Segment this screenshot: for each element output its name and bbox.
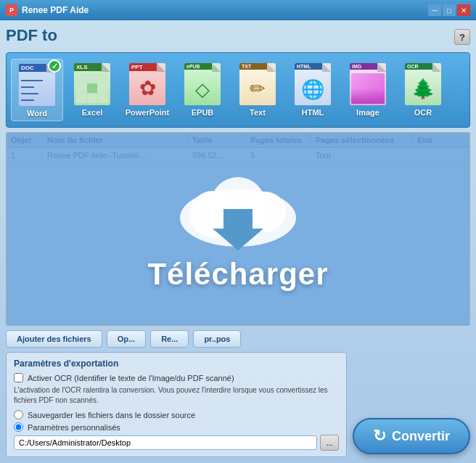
maximize-button[interactable]: □ (443, 4, 456, 16)
txt-file-icon: TXT ✏ (239, 63, 276, 105)
pdf-to-title: PDF to (6, 26, 57, 45)
ppt-icon-wrap: PPT ✿ (126, 62, 168, 107)
html-file-icon: HTML 🌐 (295, 63, 331, 105)
word-icon-wrap: DOC ▬▬▬▬▬▬▬▬▬▬▬▬▬▬▬ ✓ (16, 62, 58, 107)
download-overlay[interactable]: Télécharger (7, 133, 469, 325)
html-globe: 🌐 (295, 73, 331, 105)
format-item-excel[interactable]: XLS Excel (66, 59, 118, 121)
bottom-section: Paramètres d'exportation Activer OCR (Id… (6, 352, 470, 457)
convert-button[interactable]: ↻ Convertir (353, 418, 470, 454)
ppt-flower: ✿ (132, 73, 163, 102)
main-window: PDF to ? DOC ▬▬▬▬▬▬▬▬▬▬▬▬▬▬▬ ✓ Word (0, 20, 476, 463)
ppt-label: PowerPoint (126, 108, 170, 117)
save-source-row: Sauvegarder les fichiers dans le dossier… (14, 410, 339, 419)
epub-label-tag: ePUB (184, 63, 212, 70)
img-file-corner (377, 63, 386, 72)
img-preview (351, 73, 385, 104)
remove-button[interactable]: Re... (150, 330, 189, 348)
window-controls: ─ □ ✕ (428, 4, 470, 16)
excel-file-icon: XLS (74, 63, 110, 105)
ppt-file-label: PPT (129, 63, 157, 71)
word-file-label: DOC (19, 64, 46, 72)
format-item-html[interactable]: HTML 🌐 HTML (287, 59, 339, 121)
excel-label: Excel (82, 108, 103, 117)
convert-icon: ↻ (373, 427, 386, 446)
word-file-lines: ▬▬▬▬▬▬▬▬▬▬▬▬▬▬▬ (21, 77, 53, 103)
cloud-svg (173, 167, 303, 254)
epub-icon-wrap: ePUB ◇ (181, 62, 223, 107)
export-params-title: Paramètres d'exportation (14, 358, 339, 369)
telecharger-text: Télécharger (147, 257, 328, 292)
img-label-tag: IMG (350, 63, 377, 70)
format-item-word[interactable]: DOC ▬▬▬▬▬▬▬▬▬▬▬▬▬▬▬ ✓ Word (11, 59, 63, 121)
txt-pen: ✏ (242, 75, 273, 102)
help-button[interactable]: ? (454, 29, 470, 45)
minimize-button[interactable]: ─ (428, 4, 441, 16)
ocr-checkbox[interactable] (14, 373, 23, 382)
txt-icon-wrap: TXT ✏ (237, 62, 279, 107)
ocr-icon-wrap: OCR 🌲 (402, 62, 444, 107)
cloud-download-icon (173, 167, 303, 254)
save-source-radio[interactable] (14, 410, 23, 419)
excel-grid (76, 73, 108, 103)
epub-diamond: ◇ (184, 73, 221, 105)
options-button[interactable]: Op... (107, 330, 146, 348)
table-area: Objet Nom du fichier Taille Pages totale… (6, 132, 470, 326)
browse-button[interactable]: ... (320, 435, 339, 451)
format-item-powerpoint[interactable]: PPT ✿ PowerPoint (121, 59, 173, 121)
txt-label-tag: TXT (239, 63, 267, 70)
title-bar: P Renee PDF Aide ─ □ ✕ (0, 0, 476, 20)
ocr-tree: 🌲 (406, 73, 440, 104)
custom-params-radio[interactable] (14, 422, 23, 432)
format-item-image[interactable]: IMG Image (342, 59, 394, 121)
html-icon-wrap: HTML 🌐 (292, 62, 334, 107)
format-item-ocr[interactable]: OCR 🌲 OCR (397, 59, 449, 121)
convert-btn-wrap: ↻ Convertir (353, 418, 470, 457)
ocr-label-tag: OCR (405, 63, 432, 70)
custom-params-row: Paramètres personnalisés (14, 422, 339, 432)
html-label-tag: HTML (295, 63, 322, 70)
ppt-file-corner (157, 63, 165, 72)
word-label: Word (27, 109, 47, 118)
ocr-checkbox-row: Activer OCR (Identifier le texte de l'Im… (14, 373, 339, 382)
excel-icon-wrap: XLS (71, 62, 113, 107)
window-title: Renee PDF Aide (22, 5, 89, 15)
format-item-text[interactable]: TXT ✏ Text (231, 59, 284, 121)
ocr-note: L'activation de l'OCR ralentira la conve… (14, 385, 339, 406)
ocr-file-corner (432, 63, 441, 72)
section-header: PDF to ? (6, 26, 470, 48)
format-row: DOC ▬▬▬▬▬▬▬▬▬▬▬▬▬▬▬ ✓ Word XLS (6, 52, 470, 128)
about-button[interactable]: pr..pos (193, 330, 241, 348)
html-label: HTML (302, 108, 324, 117)
ppt-file-icon: PPT ✿ (129, 63, 165, 105)
export-params-panel: Paramètres d'exportation Activer OCR (Id… (6, 352, 347, 457)
close-button[interactable]: ✕ (457, 4, 470, 16)
excel-file-label: XLS (74, 63, 102, 71)
img-file-icon: IMG (350, 63, 386, 105)
format-item-epub[interactable]: ePUB ◇ EPUB (176, 59, 229, 121)
ocr-checkbox-label[interactable]: Activer OCR (Identifier le texte de l'Im… (28, 374, 234, 382)
ocr-file-icon: OCR 🌲 (405, 63, 441, 105)
epub-label: EPUB (192, 108, 214, 117)
epub-file-corner (212, 63, 221, 72)
app-icon: P (6, 4, 17, 16)
excel-file-corner (102, 63, 110, 72)
path-input[interactable] (14, 435, 317, 450)
img-icon-wrap: IMG (347, 62, 389, 107)
word-check-badge: ✓ (48, 60, 61, 73)
convert-label: Convertir (392, 429, 450, 444)
path-row: ... (14, 435, 339, 451)
buttons-row: Ajouter des fichiers Op... Re... pr..pos (6, 330, 470, 348)
txt-label: Text (250, 108, 266, 117)
custom-params-label[interactable]: Paramètres personnalisés (28, 423, 120, 432)
export-params: Paramètres d'exportation Activer OCR (Id… (6, 352, 347, 457)
txt-file-corner (267, 63, 276, 72)
add-files-button[interactable]: Ajouter des fichiers (6, 330, 102, 348)
ocr-label: OCR (414, 108, 432, 117)
save-source-label[interactable]: Sauvegarder les fichiers dans le dossier… (28, 411, 195, 419)
html-file-corner (322, 63, 331, 72)
epub-file-icon: ePUB ◇ (184, 63, 221, 105)
img-label: Image (356, 108, 379, 117)
